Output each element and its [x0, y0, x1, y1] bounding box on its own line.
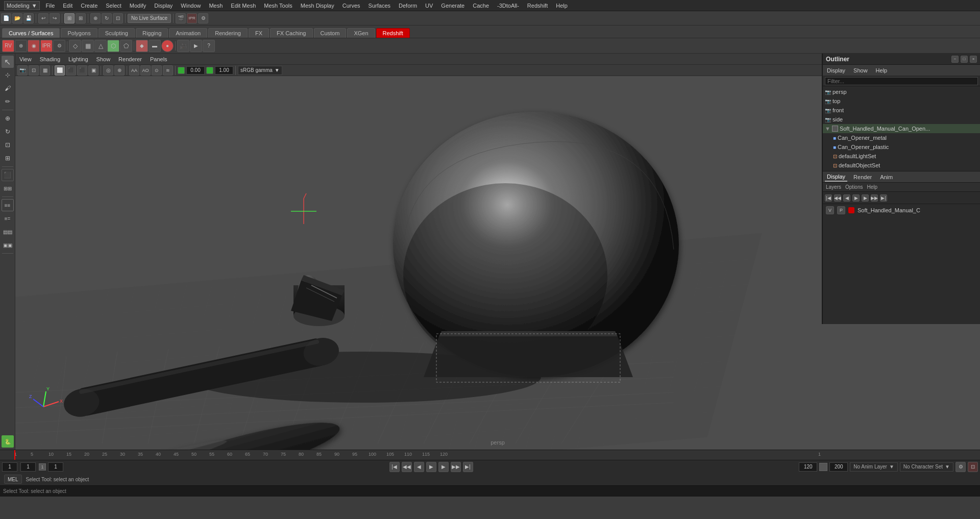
shelf-btn-4[interactable]: IPR	[40, 40, 53, 52]
menu-edit[interactable]: Edit	[59, 2, 77, 10]
menu-display[interactable]: Display	[150, 2, 177, 10]
menu-create[interactable]: Create	[77, 2, 102, 10]
outliner-item-default-object-set[interactable]: ⊡ defaultObjectSet	[823, 161, 980, 170]
color-space-selector[interactable]: sRGB gamma ▼	[238, 66, 282, 75]
outliner-item-can-plastic[interactable]: ■ Can_Opener_plastic	[823, 142, 980, 152]
render-button[interactable]: 🎬	[176, 13, 186, 23]
end-frame-input[interactable]	[799, 462, 817, 472]
scale-tool-lp-button[interactable]: ⊡	[2, 139, 14, 151]
undo-button[interactable]: ↩	[38, 13, 48, 23]
play-button[interactable]: ▶	[852, 194, 860, 202]
tl-play-button[interactable]: ▶	[426, 462, 436, 472]
tab-polygons[interactable]: Polygons	[61, 28, 97, 38]
color-input[interactable]	[186, 66, 205, 75]
layer-visibility-button[interactable]: V	[826, 206, 834, 214]
vp-motion-blur-button[interactable]: ≋	[163, 65, 173, 76]
outliner-tab-show[interactable]: Show	[851, 66, 870, 75]
first-frame-button[interactable]: |◀	[825, 194, 832, 202]
shelf-red-btn[interactable]: ◆	[136, 40, 148, 52]
prev-key-button[interactable]: ◀◀	[834, 194, 841, 202]
tab-animation[interactable]: Animation	[169, 28, 207, 38]
shelf-diamond-btn[interactable]: ◇	[69, 40, 81, 52]
vp-shaded-wire-button[interactable]: ⬛	[77, 65, 87, 76]
menu-mesh-tools[interactable]: Mesh Tools	[260, 2, 296, 10]
vp-isolate-button[interactable]: ◎	[103, 65, 113, 76]
vp-wireframe-button[interactable]: ⬜	[55, 65, 65, 76]
redo-button[interactable]: ↪	[50, 13, 60, 23]
anim-layer-dropdown[interactable]: No Anim Layer ▼	[850, 462, 898, 472]
range-start-input[interactable]	[20, 462, 36, 472]
tab-fx-caching[interactable]: FX Caching	[270, 28, 312, 38]
menu-3dtall[interactable]: -3DtoAll-	[493, 2, 523, 10]
rotate-tool-button[interactable]: ↻	[102, 13, 112, 23]
render-view-button[interactable]: ▣▣	[2, 239, 14, 251]
outliner-minimize-button[interactable]: −	[951, 56, 959, 63]
shelf-render2-icon[interactable]: ▶	[190, 40, 202, 52]
shelf-btn-5[interactable]: ⚙	[53, 40, 65, 52]
vp-dof-button[interactable]: ⊙	[152, 65, 162, 76]
sub-lighting[interactable]: Lighting	[66, 56, 90, 62]
vp-persp-button[interactable]: ⊡	[29, 65, 39, 76]
shelf-shape-btn[interactable]: ⬠	[120, 40, 132, 52]
sculpt-tool-button[interactable]: ✏	[2, 95, 14, 108]
vp-cam-button[interactable]: 📷	[17, 65, 28, 76]
tab-xgen[interactable]: XGen	[347, 28, 375, 38]
lasso-tool-button[interactable]: ⊹	[2, 69, 14, 81]
next-key-button[interactable]: ▶▶	[871, 194, 878, 202]
outliner-tab-display[interactable]: Display	[825, 66, 847, 75]
open-scene-button[interactable]: 📂	[12, 13, 22, 23]
tl-prev-key-button[interactable]: ◀◀	[402, 462, 412, 472]
outliner-tab-help[interactable]: Help	[874, 66, 890, 75]
select-mode-button[interactable]: ⊞	[64, 13, 75, 23]
menu-curves[interactable]: Curves	[338, 2, 364, 10]
outliner-search-input[interactable]	[825, 77, 978, 85]
menu-window[interactable]: Window	[177, 2, 205, 10]
select-tool-button[interactable]: ↖	[2, 56, 14, 68]
layer-playback-button[interactable]: P	[837, 206, 845, 214]
rotate-tool-lp-button[interactable]: ↻	[2, 126, 14, 138]
tab-rendering[interactable]: Rendering	[208, 28, 248, 38]
tl-first-button[interactable]: |◀	[389, 462, 400, 472]
shelf-btn-3[interactable]: ◉	[28, 40, 40, 52]
workspace-dropdown[interactable]: Modeling ▼	[4, 1, 40, 10]
menu-select[interactable]: Select	[102, 2, 126, 10]
tab-sculpting[interactable]: Sculpting	[99, 28, 135, 38]
mel-python-toggle[interactable]: 🐍	[2, 435, 14, 448]
ob-tab-anim[interactable]: Anim	[878, 173, 895, 181]
ob-tab-display[interactable]: Display	[825, 172, 847, 182]
ob-tab-render[interactable]: Render	[851, 173, 874, 181]
tl-next-key-button[interactable]: ▶▶	[451, 462, 461, 472]
shelf-help-btn[interactable]: ?	[203, 40, 215, 52]
display-mode-button[interactable]: ⬛	[2, 169, 14, 181]
vp-grid-button[interactable]: ▦	[40, 65, 50, 76]
shelf-grid-btn[interactable]: ▦	[82, 40, 94, 52]
color-swatch[interactable]	[178, 67, 185, 74]
vp-aa-button[interactable]: AA	[129, 65, 139, 76]
tab-rigging[interactable]: Rigging	[136, 28, 168, 38]
shelf-render-icon[interactable]: 🎥	[177, 40, 189, 52]
menu-uv[interactable]: UV	[421, 2, 437, 10]
sub-panels[interactable]: Panels	[148, 56, 169, 62]
menu-file[interactable]: File	[42, 2, 59, 10]
save-button[interactable]: 💾	[23, 13, 34, 23]
current-frame-input[interactable]	[2, 462, 17, 472]
outliner-item-default-light-set[interactable]: ⊡ defaultLightSet	[823, 152, 980, 161]
attr-editor-button[interactable]: ≡=	[2, 212, 14, 225]
paint-tool-button[interactable]: 🖌	[2, 82, 14, 94]
move-tool-lp-button[interactable]: ⊕	[2, 112, 14, 125]
sub-show[interactable]: Show	[94, 56, 113, 62]
shelf-btn-2[interactable]: ⊕	[15, 40, 27, 52]
tl-next-frame-button[interactable]: ▶	[438, 462, 449, 472]
menu-mesh[interactable]: Mesh	[205, 2, 227, 10]
tl-prev-frame-button[interactable]: ◀	[414, 462, 424, 472]
tab-custom[interactable]: Custom	[314, 28, 347, 38]
ipr-button[interactable]: IPR	[187, 13, 197, 23]
menu-redshift[interactable]: Redshift	[523, 2, 552, 10]
tab-curves-surfaces[interactable]: Curves / Surfaces	[2, 28, 60, 38]
mode-indicator[interactable]: MEL	[4, 475, 22, 484]
tab-redshift[interactable]: Redshift	[376, 28, 410, 38]
render-settings-button[interactable]: ⚙	[198, 13, 208, 23]
anim-end-input[interactable]	[829, 462, 848, 472]
next-frame-button[interactable]: ▶	[862, 194, 869, 202]
outliner-item-soft-handled[interactable]: ▼ Soft_Handled_Manual_Can_Open...	[823, 124, 980, 133]
